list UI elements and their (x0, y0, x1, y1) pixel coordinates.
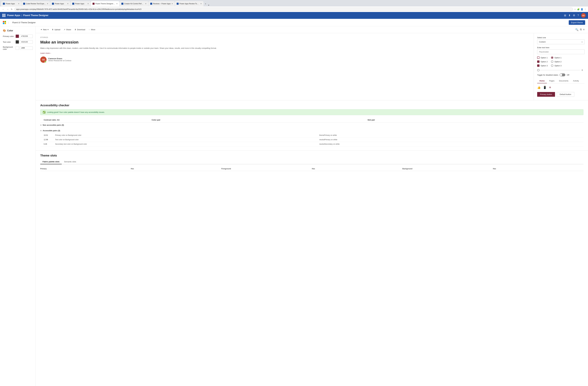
tab-close-1[interactable]: ✕ (18, 3, 20, 5)
tab-close-6[interactable]: ✕ (145, 3, 147, 5)
bookmark-icon[interactable]: ☆ (574, 8, 576, 10)
main-content: ✦ New ▾ ⬆ Upload ↗ Share ⬇ Download (36, 26, 588, 386)
checkbox-label-3: Option 3 (541, 65, 547, 67)
tab-documents[interactable]: Documents (557, 78, 571, 83)
list-view-icon[interactable]: ≡ (583, 28, 585, 31)
non-accessible-header[interactable]: ∨ Non accessible pairs (0) (40, 122, 584, 128)
success-icon: ✅ (43, 111, 45, 114)
help-icon[interactable]: ? (577, 14, 579, 17)
browser-tab-2[interactable]: Code Review Tool Experim... ✕ (21, 1, 50, 6)
browser-tab-6[interactable]: Creator Kit Control Refere... ✕ (120, 1, 148, 6)
grid-view-icon[interactable]: ⊞ (564, 14, 566, 17)
download-icon[interactable]: ⬇ (568, 14, 570, 17)
search-icon[interactable]: 🔍 (575, 28, 578, 31)
forward-button[interactable]: → (6, 8, 9, 11)
expand-icon-na: ∨ (40, 124, 42, 126)
tab-close-2[interactable]: ✕ (47, 3, 48, 5)
app-header-left: Power Apps | Fluent Theme Designer (2, 14, 48, 17)
accessibility-table: Contrast ratio: AA Color pair Slot pair … (40, 117, 584, 146)
default-button[interactable]: Default button (557, 92, 574, 97)
semantic-slots-tab[interactable]: Semantic slots (62, 159, 78, 164)
tab-close-3[interactable]: ✕ (67, 3, 68, 5)
menu-icon[interactable]: ⋮ (584, 8, 586, 10)
tab-pages[interactable]: Pages (547, 78, 557, 83)
action-icons: 👍 📱 ✳ (537, 86, 585, 89)
export-theme-button[interactable]: Export theme (569, 20, 585, 25)
back-button[interactable]: ← (2, 8, 5, 11)
waffle-menu-icon[interactable] (2, 14, 5, 17)
expand-col (40, 119, 44, 121)
checkbox-2[interactable]: ✓ (537, 60, 539, 63)
primary-button[interactable]: Primary button (537, 92, 555, 97)
share-button[interactable]: ↗ Share (62, 28, 73, 32)
radio-2[interactable] (551, 60, 553, 63)
preview-right: Select one Content ∨ Enter text here (534, 33, 588, 100)
new-button[interactable]: ✦ New ▾ (39, 28, 50, 32)
tab-title-5: Fluent Theme Designer -... (95, 3, 115, 5)
background-color-swatch[interactable] (16, 46, 19, 50)
radio-3[interactable] (551, 64, 553, 67)
tab-home[interactable]: Home (537, 78, 547, 83)
success-banner: ✅ Looking good! Your color palette doesn… (40, 109, 584, 115)
learn-more-link[interactable]: Learn more › (40, 52, 529, 54)
profile-icon[interactable]: 👤 (581, 8, 583, 10)
tab-title-2: Code Review Tool Experim... (26, 3, 46, 5)
tab-favicon-3 (52, 3, 54, 5)
slider-value: 0 (582, 69, 585, 71)
background-color-input-group (16, 46, 33, 50)
select-box[interactable]: Content ∨ (537, 39, 585, 44)
url-input[interactable]: apps.powerapps.com/play/2f6b0e93-7676-40… (14, 8, 573, 11)
download-icon: ⬇ (75, 29, 76, 31)
tab-close-4[interactable]: ✕ (87, 3, 89, 5)
tab-close-8[interactable]: ✕ (200, 3, 202, 5)
accessible-group: ∨ Accessible pairs (3) 10.01 Primary col… (40, 128, 584, 146)
primary-color-input[interactable] (20, 35, 33, 38)
new-tab-button[interactable]: + (204, 1, 207, 6)
tab-title-6: Creator Kit Control Refere... (124, 3, 144, 5)
text-color-swatch[interactable] (16, 40, 19, 44)
browser-tab-7[interactable]: Reviews – Power Apps ✕ (148, 1, 175, 6)
tab-activity[interactable]: Activity (571, 78, 581, 83)
download-button[interactable]: ⬇ Download (73, 28, 87, 32)
browser-tab-8[interactable]: Power Apps Review Tool... ✕ (175, 1, 204, 6)
app-header: Power Apps | Fluent Theme Designer ⊞ ⬇ ⚙… (0, 12, 588, 19)
toggle-state: Off (567, 74, 569, 76)
text-color-input[interactable] (20, 40, 33, 44)
reload-button[interactable]: ↻ (10, 8, 13, 11)
browser-tab-4[interactable]: Power Apps ✕ (71, 1, 90, 6)
fabric-palette-tab[interactable]: Fabric palette slots (40, 159, 62, 164)
like-icon[interactable]: 👍 (537, 86, 541, 89)
slider[interactable] (537, 70, 580, 70)
settings-action-icon[interactable]: ✳ (549, 86, 551, 89)
address-bar: ← → ↻ apps.powerapps.com/play/2f6b0e93-7… (0, 6, 588, 12)
tab-dropdown-button[interactable]: ▾ (208, 4, 209, 6)
radio-1[interactable] (551, 57, 553, 59)
radio-item-3: Option 3 (551, 64, 562, 67)
checkbox-1[interactable] (537, 57, 539, 59)
hex-header-1: Hex (131, 168, 221, 170)
more-button[interactable]: ··· More (87, 28, 97, 32)
app-title: Power Apps | Fluent Theme Designer (7, 14, 48, 17)
tab-close-7[interactable]: ✕ (171, 3, 173, 5)
toggle-row: Toggle for disabled states Off (537, 74, 585, 76)
accessible-header[interactable]: ∨ Accessible pairs (3) (40, 128, 584, 133)
browser-tab-3[interactable]: Power Apps ✕ (50, 1, 70, 6)
browser-tab-5[interactable]: Fluent Theme Designer -... ✕ (91, 1, 119, 6)
filter-icon[interactable]: ⚗ (580, 28, 582, 31)
user-avatar[interactable]: CE (581, 13, 586, 18)
browser-tab-1[interactable]: Power Apps ✕ (1, 1, 21, 6)
phone-icon[interactable]: 📱 (543, 86, 546, 89)
text-color-label: Text color (3, 41, 11, 43)
background-color-input[interactable] (20, 46, 33, 50)
settings-icon[interactable]: ⚙ (573, 14, 575, 17)
tab-close-5[interactable]: ✕ (116, 3, 118, 5)
upload-button[interactable]: ⬆ Upload (51, 28, 62, 32)
toggle[interactable] (560, 74, 565, 76)
success-message: Looking good! Your color palette doesn't… (47, 111, 105, 113)
primary-color-swatch[interactable] (16, 35, 19, 38)
main-wrapper: 🎨 Color Primary color Text color (0, 26, 588, 386)
app-name[interactable]: Power Apps (7, 14, 20, 17)
extension-icon[interactable]: 🧩 (577, 8, 580, 10)
text-input[interactable] (537, 50, 585, 54)
checkbox-3[interactable]: ✓ (537, 64, 539, 67)
